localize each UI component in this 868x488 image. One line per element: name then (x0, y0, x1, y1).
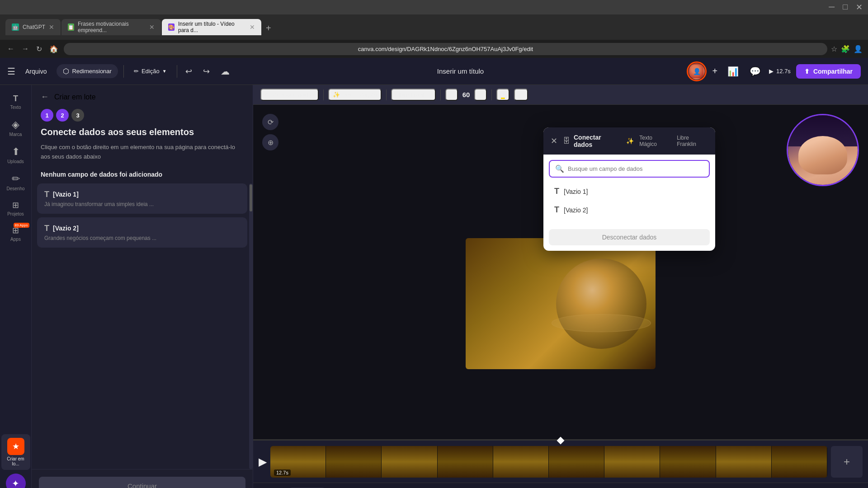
timeline-track: ▶ (253, 441, 868, 483)
sidebar-item-uploads[interactable]: ⬆ Uploads (1, 142, 30, 168)
sidebar-icons: T Texto ◈ Marca ⬆ Uploads ✏ Desenho ⊞ Pr… (0, 85, 32, 488)
connect-data-icon: ⟳ (265, 91, 270, 98)
refresh-button[interactable]: ↻ (34, 43, 44, 55)
scroll-thumb[interactable] (250, 184, 252, 211)
popup-item-vazio1[interactable]: T [Vazio 1] (549, 182, 710, 201)
popup-search-input[interactable] (568, 165, 703, 172)
sync-button[interactable]: ⟳ (262, 114, 278, 130)
share-button[interactable]: ⬆ Compartilhar (796, 64, 861, 79)
scroll-track (249, 183, 253, 469)
new-tab-button[interactable]: + (262, 21, 275, 35)
font-size-plus[interactable]: + (474, 89, 487, 101)
share-icon: ⬆ (804, 68, 810, 75)
cloud-save-button[interactable]: ☁ (218, 63, 232, 80)
tab-chatgpt[interactable]: 🤖 ChatGPT ✕ (5, 19, 61, 35)
maximize-icon[interactable]: □ (843, 2, 848, 12)
sparkle-icon: ✦ (12, 478, 19, 488)
disconnect-button[interactable]: Desconectar dados (549, 229, 710, 245)
timeline-play-button[interactable]: ▶ (259, 455, 267, 468)
back-nav-button[interactable]: ← (5, 43, 16, 55)
expand-button[interactable]: ⊕ (262, 134, 278, 150)
font-selector[interactable]: Libre Franklin (391, 89, 436, 101)
frame-2 (326, 446, 382, 478)
step-3[interactable]: 3 (71, 109, 84, 122)
hamburger-menu[interactable]: ☰ (7, 66, 15, 77)
step-1[interactable]: 1 (41, 109, 53, 122)
home-button[interactable]: 🏠 (47, 43, 60, 55)
window-buttons[interactable]: ─ □ ✕ (829, 2, 863, 12)
address-input[interactable] (64, 43, 827, 55)
left-panel: ← Criar em lote 1 2 3 Conecte dados aos … (32, 85, 253, 488)
no-data-label: Nenhum campo de dados foi adicionado (32, 171, 253, 183)
frame-9 (716, 446, 772, 478)
edit-label: Edição (142, 68, 160, 75)
tab-close-frases[interactable]: ✕ (149, 23, 155, 31)
font-size-value[interactable]: 60 (462, 91, 470, 99)
sidebar-item-desenho[interactable]: ✏ Desenho (1, 169, 30, 195)
panel-back-button[interactable]: ← (41, 92, 49, 102)
tab-close-canva[interactable]: ✕ (250, 23, 255, 31)
sidebar-item-apps[interactable]: ⊞ Apps 89 Apps (1, 222, 30, 245)
font-size-minus[interactable]: − (445, 89, 458, 101)
browser-chrome: 🤖 ChatGPT ✕ 📋 Frases motivacionais empre… (0, 14, 868, 40)
extensions-icon[interactable]: 🧩 (841, 45, 850, 53)
frame-5 (493, 446, 549, 478)
sparkle-button[interactable]: ✦ (6, 474, 26, 488)
edit-button[interactable]: ✏ Edição ▼ (129, 65, 171, 77)
minimize-icon[interactable]: ─ (829, 2, 835, 12)
tab-frases[interactable]: 📋 Frases motivacionais empreend... ✕ (61, 19, 161, 35)
sidebar-item-criar[interactable]: ★ Criar em lo... (1, 434, 30, 470)
sparkle-button-area[interactable]: ✦ (1, 470, 30, 488)
frame-7 (604, 446, 660, 478)
play-button[interactable]: ▶ 12.7s (769, 68, 791, 75)
uploads-icon: ⬆ (12, 146, 20, 158)
connect-popup: ✕ 🗄 Conectar dados ✨ Texto Mágico Libre … (543, 127, 715, 251)
connect-data-button[interactable]: ⟳ Conectar dados (260, 89, 319, 101)
arquivo-label: Arquivo (25, 68, 47, 75)
video-strip-duration: 12.7s (274, 469, 291, 476)
add-button[interactable]: + (710, 64, 719, 78)
frame-10 (772, 446, 827, 478)
add-clip-button[interactable]: + (831, 446, 863, 478)
window-chrome: ─ □ ✕ (0, 0, 868, 14)
more-icon: ··· (519, 91, 524, 98)
video-strip[interactable]: 12.7s (270, 446, 827, 478)
video-canvas[interactable] (466, 238, 656, 369)
minus-icon: − (450, 91, 453, 98)
bookmark-icon[interactable]: ☆ (831, 45, 837, 53)
tt-divider-3 (440, 89, 441, 100)
arquivo-button[interactable]: Arquivo (21, 65, 51, 78)
user-avatar[interactable]: 👤 (689, 63, 705, 80)
magic-text-button[interactable]: ✨ Texto Mágico (328, 89, 382, 101)
undo-button[interactable]: ↩ (183, 64, 195, 79)
more-options-button[interactable]: ··· (514, 89, 528, 101)
popup-body: 🔍 T [Vazio 1] T [Vazio 2] (543, 155, 715, 225)
resize-button[interactable]: ⬡ Redimensionar (57, 64, 118, 78)
sidebar-label-uploads: Uploads (7, 159, 24, 164)
face (798, 136, 847, 174)
tab-canva[interactable]: 🎨 Inserir um título - Vídeo para d... ✕ (162, 19, 261, 35)
continue-button[interactable]: Continuar (39, 477, 245, 488)
chart-button[interactable]: 📊 (725, 63, 741, 80)
sidebar-label-apps: Apps (10, 237, 21, 242)
close-icon[interactable]: ✕ (856, 2, 863, 12)
step-2[interactable]: 2 (56, 109, 69, 122)
sidebar-item-projetos[interactable]: ⊞ Projetos (1, 197, 30, 220)
popup-item-vazio2[interactable]: T [Vazio 2] (549, 201, 710, 219)
coffee-plate (556, 258, 646, 349)
tab-label-frases: Frases motivacionais empreend... (78, 21, 146, 33)
forward-nav-button[interactable]: → (20, 43, 31, 55)
text-color-button[interactable]: A (496, 89, 509, 101)
data-field-card-1[interactable]: T [Vazio 1] Já imaginou transformar uma … (37, 183, 247, 214)
document-title-input[interactable] (417, 67, 503, 75)
tab-close-chatgpt[interactable]: ✕ (49, 23, 54, 31)
sidebar-item-marca[interactable]: ◈ Marca (1, 115, 30, 141)
tt-divider-4 (491, 89, 492, 100)
redo-button[interactable]: ↪ (200, 64, 212, 79)
popup-close-button[interactable]: ✕ (551, 136, 557, 146)
sidebar-item-texto[interactable]: T Texto (1, 90, 30, 113)
field-desc-1: Já imaginou transformar uma simples idei… (44, 201, 240, 207)
profile-icon[interactable]: 👤 (854, 45, 863, 53)
data-field-card-2[interactable]: T [Vazio 2] Grandes negócios começam com… (37, 217, 247, 248)
comment-button[interactable]: 💬 (747, 63, 764, 80)
